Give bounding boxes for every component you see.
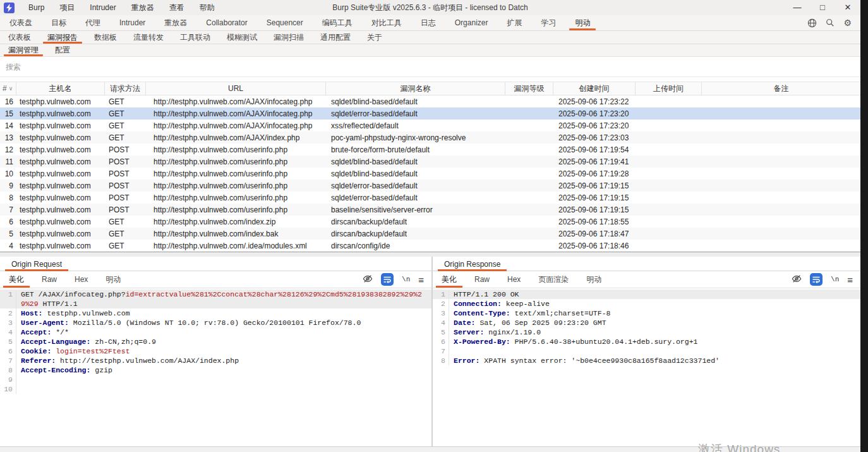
table-row[interactable]: 6 testphp.vulnweb.com GET http://testphp…	[0, 216, 860, 228]
main-tab[interactable]: 目标	[42, 15, 76, 30]
response-view-tab[interactable]: 明动	[577, 271, 610, 288]
main-tab[interactable]: 日志	[411, 15, 445, 30]
menu-item[interactable]: 查看	[162, 0, 192, 15]
table-row[interactable]: 11 testphp.vulnweb.com POST http://testp…	[0, 156, 860, 168]
response-view-tab[interactable]: Hex	[498, 271, 529, 288]
main-tab[interactable]: Collaborator	[196, 15, 256, 30]
request-view-tab[interactable]: Hex	[66, 271, 97, 288]
title-bar: Burp Suite专业版 v2025.6.3 - 临时项目 - license…	[0, 0, 860, 15]
eye-off-icon[interactable]	[363, 274, 373, 286]
table-row[interactable]: 9 testphp.vulnweb.com POST http://testph…	[0, 180, 860, 192]
response-line: 4 Date: Sat, 06 Sep 2025 09:23:20 GMT	[433, 318, 860, 327]
tab-origin-request[interactable]: Origin Request	[5, 260, 68, 271]
main-tab[interactable]: 仪表盘	[0, 15, 42, 30]
menu-item[interactable]: 项目	[52, 0, 82, 15]
plugin-tab[interactable]: 关于	[359, 31, 390, 44]
line-number: 6	[433, 337, 449, 346]
request-view-tab[interactable]: Raw	[33, 271, 66, 288]
plugin-tab[interactable]: 仪表板	[0, 31, 39, 44]
menu-item[interactable]: 帮助	[192, 0, 222, 15]
main-tab[interactable]: 重放器	[155, 15, 196, 30]
menu-item[interactable]: Intruder	[82, 0, 123, 15]
table-row[interactable]: 5 testphp.vulnweb.com GET http://testphp…	[0, 228, 860, 240]
column-header-host[interactable]: 主机名	[16, 82, 105, 95]
plugin-tab[interactable]: 工具联动	[172, 31, 219, 44]
search-icon[interactable]	[826, 18, 835, 27]
eye-off-icon[interactable]	[792, 274, 802, 286]
table-row[interactable]: 15 testphp.vulnweb.com GET http://testph…	[0, 107, 860, 119]
line-number: 1	[0, 290, 16, 308]
menu-item[interactable]: 重放器	[124, 0, 162, 15]
response-view-tab[interactable]: 页面渲染	[529, 271, 577, 288]
request-line: 1 GET /AJAX/infocateg.php?id=extractvalu…	[0, 290, 431, 308]
table-row[interactable]: 12 testphp.vulnweb.com POST http://testp…	[0, 144, 860, 156]
table-row[interactable]: 14 testphp.vulnweb.com GET http://testph…	[0, 119, 860, 131]
main-tab[interactable]: 编码工具	[313, 15, 362, 30]
search-input[interactable]	[0, 63, 860, 71]
request-view-tab[interactable]: 明动	[97, 271, 130, 288]
word-wrap-icon[interactable]	[381, 273, 394, 286]
column-header-uploaded[interactable]: 上传时间	[636, 82, 702, 95]
main-tab[interactable]: 学习	[531, 15, 565, 30]
plugin-tab[interactable]: 流量转发	[125, 31, 172, 44]
main-tab[interactable]: Intruder	[110, 15, 155, 30]
table-row[interactable]: 4 testphp.vulnweb.com GET http://testphp…	[0, 240, 860, 252]
table-row[interactable]: 13 testphp.vulnweb.com GET http://testph…	[0, 131, 860, 144]
plugin-tab[interactable]: 漏洞扫描	[265, 31, 312, 44]
table-row[interactable]: 16 testphp.vulnweb.com GET http://testph…	[0, 95, 860, 107]
response-editor[interactable]: 1 HTTP/1.1 200 OK 2 Connection: keep-ali…	[433, 288, 860, 446]
main-tab[interactable]: 扩展	[497, 15, 531, 30]
main-tab[interactable]: Organizer	[445, 15, 498, 30]
response-view-tab[interactable]: Raw	[466, 271, 498, 288]
inner-tab[interactable]: 漏洞管理	[0, 44, 47, 56]
request-line: 5 Accept-Language: zh-CN,zh;q=0.9	[0, 337, 431, 346]
plugin-tab[interactable]: 通用配置	[312, 31, 359, 44]
request-line: 2 Host: testphp.vulnweb.com	[0, 308, 431, 318]
inner-tab[interactable]: 配置	[47, 44, 78, 56]
column-header-created[interactable]: 创建时间	[553, 82, 636, 95]
newline-icon[interactable]: \n	[831, 276, 839, 283]
main-tab[interactable]: Sequencer	[257, 15, 313, 30]
editor-menu-icon[interactable]: ≡	[418, 275, 424, 284]
plugin-tab[interactable]: 数据板	[86, 31, 125, 44]
response-line: 3 Content-Type: text/xml;charset=UTF-8	[433, 308, 860, 318]
table-row[interactable]: 10 testphp.vulnweb.com POST http://testp…	[0, 168, 860, 180]
plugin-tab[interactable]: 漏洞报告	[39, 31, 86, 44]
line-content: Cookie: login=test%2Ftest	[16, 346, 431, 356]
line-number: 4	[433, 318, 449, 327]
response-view-tab[interactable]: 美化	[433, 271, 466, 288]
request-line: 3 User-Agent: Mozilla/5.0 (Windows NT 10…	[0, 318, 431, 327]
request-view-tab[interactable]: 美化	[0, 271, 33, 288]
plugin-tab-bar: 仪表板漏洞报告数据板流量转发工具联动模糊测试漏洞扫描通用配置关于	[0, 31, 860, 44]
column-header-method[interactable]: 请求方法	[105, 82, 146, 95]
editor-menu-icon[interactable]: ≡	[847, 275, 853, 284]
line-content: Content-Type: text/xml;charset=UTF-8	[449, 308, 860, 318]
menu-item[interactable]: Burp	[21, 0, 52, 15]
close-button[interactable]: ✕	[835, 0, 860, 15]
horizontal-scrollbar[interactable]	[0, 252, 860, 257]
column-header-severity[interactable]: 漏洞等级	[505, 82, 553, 95]
plugin-tab[interactable]: 模糊测试	[219, 31, 265, 44]
maximize-button[interactable]: □	[810, 0, 835, 15]
main-tab[interactable]: 代理	[76, 15, 110, 30]
column-header-url[interactable]: URL	[146, 82, 326, 95]
main-tab[interactable]: 对比工具	[362, 15, 411, 30]
line-content: Server: nginx/1.19.0	[449, 327, 860, 337]
request-line: 10	[0, 384, 431, 394]
tab-origin-response[interactable]: Origin Response	[438, 260, 507, 271]
word-wrap-icon[interactable]	[810, 273, 823, 286]
globe-icon[interactable]	[807, 18, 817, 28]
column-header-index[interactable]: #∨	[0, 82, 16, 95]
column-header-vuln-name[interactable]: 漏洞名称	[326, 82, 505, 95]
main-tab[interactable]: 明动	[565, 15, 600, 30]
newline-icon[interactable]: \n	[402, 276, 410, 283]
table-row[interactable]: 8 testphp.vulnweb.com POST http://testph…	[0, 192, 860, 204]
line-content: Accept-Language: zh-CN,zh;q=0.9	[16, 337, 431, 346]
gear-icon[interactable]: ⚙	[843, 18, 852, 27]
column-header-note[interactable]: 备注	[702, 82, 860, 95]
line-content	[449, 346, 860, 356]
table-row[interactable]: 7 testphp.vulnweb.com POST http://testph…	[0, 204, 860, 216]
minimize-button[interactable]: —	[785, 0, 810, 15]
request-editor[interactable]: 1 GET /AJAX/infocateg.php?id=extractvalu…	[0, 288, 431, 446]
table-header: #∨ 主机名 请求方法 URL 漏洞名称 漏洞等级 创建时间 上传时间 备注	[0, 82, 860, 95]
